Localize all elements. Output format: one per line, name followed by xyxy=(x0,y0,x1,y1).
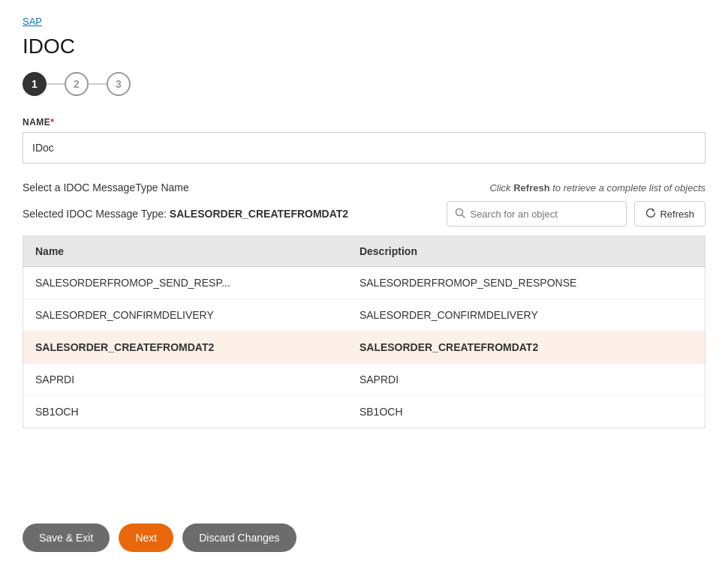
refresh-hint: Click Refresh to retrieve a complete lis… xyxy=(489,182,705,194)
svg-line-1 xyxy=(462,214,465,218)
name-field-group: NAME* xyxy=(23,117,705,182)
table-row[interactable]: SAPRDISAPRDI xyxy=(23,364,705,396)
table-row[interactable]: SALESORDER_CONFIRMDELIVERYSALESORDER_CON… xyxy=(23,299,705,332)
cell-name: SALESORDER_CONFIRMDELIVERY xyxy=(23,299,347,332)
step-connector-1 xyxy=(47,83,65,85)
breadcrumb-link[interactable]: SAP xyxy=(23,16,42,27)
cell-name: SAPRDI xyxy=(23,364,347,396)
cell-description: SALESORDER_CREATEFROMDAT2 xyxy=(347,332,705,364)
cell-description: SALESORDER_CONFIRMDELIVERY xyxy=(347,299,705,332)
selected-type-row: Selected IDOC Message Type: SALESORDER_C… xyxy=(23,201,705,226)
table-row[interactable]: SALESORDERFROMOP_SEND_RESP...SALESORDERF… xyxy=(23,267,705,299)
required-star: * xyxy=(50,117,54,128)
idoc-section: Select a IDOC MessageType Name Click Ref… xyxy=(23,182,705,428)
idoc-table: Name Description SALESORDERFROMOP_SEND_R… xyxy=(23,236,705,428)
cell-description: SAPRDI xyxy=(347,364,705,396)
search-refresh-group: Refresh xyxy=(447,201,705,226)
cell-name: SALESORDER_CREATEFROMDAT2 xyxy=(23,332,347,364)
page-container: SAP IDOC 1 2 3 NAME* Select a IDOC Messa… xyxy=(0,0,728,573)
save-exit-button[interactable]: Save & Exit xyxy=(23,524,110,552)
cell-name: SALESORDERFROMOP_SEND_RESP... xyxy=(23,267,347,299)
search-input[interactable] xyxy=(470,208,618,220)
name-input[interactable] xyxy=(23,132,705,164)
page-title: IDOC xyxy=(23,34,705,58)
col-header-description: Description xyxy=(347,236,705,267)
selected-type-label: Selected IDOC Message Type: SALESORDER_C… xyxy=(23,208,348,220)
step-2[interactable]: 2 xyxy=(65,72,89,96)
cell-description: SALESORDERFROMOP_SEND_RESPONSE xyxy=(347,267,705,299)
table-row[interactable]: SB1OCHSB1OCH xyxy=(23,396,705,428)
cell-name: SB1OCH xyxy=(23,396,347,428)
stepper: 1 2 3 xyxy=(23,72,705,96)
refresh-icon xyxy=(645,208,656,220)
search-box[interactable] xyxy=(447,201,627,226)
step-3[interactable]: 3 xyxy=(107,72,131,96)
refresh-label: Refresh xyxy=(660,208,694,220)
next-button[interactable]: Next xyxy=(119,524,173,552)
search-icon xyxy=(455,208,465,220)
discard-button[interactable]: Discard Changes xyxy=(182,524,296,552)
section-label: Select a IDOC MessageType Name xyxy=(23,182,189,194)
step-connector-2 xyxy=(89,83,107,85)
refresh-button[interactable]: Refresh xyxy=(634,201,705,226)
table-row[interactable]: SALESORDER_CREATEFROMDAT2SALESORDER_CREA… xyxy=(23,332,705,364)
name-label: NAME* xyxy=(23,117,705,128)
cell-description: SB1OCH xyxy=(347,396,705,428)
breadcrumb[interactable]: SAP xyxy=(23,15,705,27)
footer-buttons: Save & Exit Next Discard Changes xyxy=(23,524,296,552)
step-1[interactable]: 1 xyxy=(23,72,47,96)
section-header-row: Select a IDOC MessageType Name Click Ref… xyxy=(23,182,705,194)
col-header-name: Name xyxy=(23,236,347,267)
